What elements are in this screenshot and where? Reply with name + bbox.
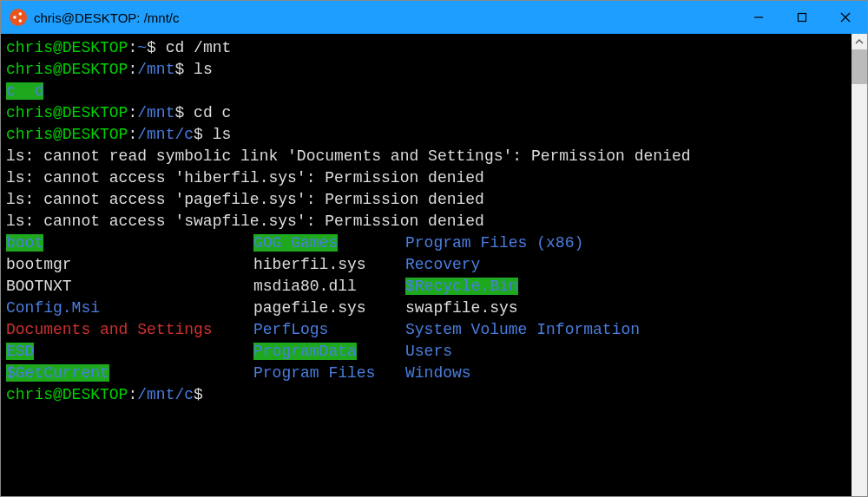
prompt-path: /mnt	[137, 104, 174, 121]
command-text: ls	[213, 126, 232, 143]
error-line: ls: cannot access 'pagefile.sys': Permis…	[6, 191, 484, 208]
ls-entry: Program Files (x86)	[405, 234, 583, 252]
ls-entry: pagefile.sys	[253, 299, 366, 317]
window-title: chris@DESKTOP: /mnt/c	[34, 10, 737, 25]
svg-point-1	[19, 12, 22, 15]
prompt-userhost: chris@DESKTOP	[6, 61, 128, 78]
ls-entry: System Volume Information	[405, 321, 640, 338]
prompt-sep: :	[128, 39, 137, 56]
ls-listing: boot GOG Games Program Files (x86) bootm…	[6, 232, 846, 384]
ls-entry: swapfile.sys	[405, 299, 518, 317]
prompt-sep: :	[128, 104, 137, 121]
window-controls	[737, 1, 867, 34]
svg-point-0	[13, 16, 16, 19]
ls-entry: PerfLogs	[253, 321, 328, 338]
prompt-userhost: chris@DESKTOP	[6, 126, 128, 143]
svg-point-2	[19, 19, 22, 23]
ls-entry: Windows	[405, 364, 471, 382]
prompt-userhost: chris@DESKTOP	[6, 39, 128, 56]
prompt-path: ~	[137, 39, 147, 56]
ls-entry: msdia80.dll	[253, 278, 357, 295]
ls-entry: c	[6, 82, 16, 100]
ls-entry: BOOTNXT	[6, 278, 72, 295]
terminal-window: chris@DESKTOP: /mnt/c chris@DESKTOP:~$ c…	[0, 0, 868, 497]
ls-entry: bootmgr	[6, 256, 72, 273]
prompt-dollar: $	[194, 386, 203, 403]
prompt-dollar: $	[174, 61, 194, 78]
scrollbar[interactable]	[852, 34, 867, 496]
svg-rect-4	[799, 14, 806, 22]
ls-entry: Program Files	[253, 364, 375, 382]
prompt-path: /mnt/c	[137, 386, 194, 403]
command-text: cd c	[194, 104, 231, 121]
maximize-button[interactable]	[780, 1, 824, 34]
prompt-dollar: $	[174, 104, 194, 121]
ls-entry: Documents and Settings	[6, 321, 213, 338]
ls-entry: ESD	[6, 343, 34, 360]
ls-entry: $Recycle.Bin	[405, 278, 518, 295]
prompt-sep: :	[128, 61, 137, 78]
ls-entry: boot	[6, 234, 43, 252]
ls-entry: ProgramData	[253, 343, 357, 360]
command-text: cd /mnt	[166, 39, 232, 56]
titlebar[interactable]: chris@DESKTOP: /mnt/c	[1, 1, 867, 34]
prompt-userhost: chris@DESKTOP	[6, 104, 128, 121]
minimize-button[interactable]	[737, 1, 780, 34]
ls-entry: d	[34, 82, 43, 100]
prompt-path: /mnt	[137, 61, 174, 78]
close-button[interactable]	[824, 1, 867, 34]
prompt-dollar: $	[147, 39, 166, 56]
ls-spacer	[16, 82, 35, 100]
ls-entry: Recovery	[405, 256, 480, 273]
prompt-userhost: chris@DESKTOP	[6, 386, 128, 403]
scroll-up-icon[interactable]	[852, 34, 867, 49]
terminal-output[interactable]: chris@DESKTOP:~$ cd /mnt chris@DESKTOP:/…	[1, 34, 852, 496]
error-line: ls: cannot read symbolic link 'Documents…	[6, 147, 691, 165]
ls-entry: GOG Games	[253, 234, 338, 252]
error-line: ls: cannot access 'swapfile.sys': Permis…	[6, 213, 484, 230]
prompt-dollar: $	[194, 126, 213, 143]
ls-entry: Config.Msi	[6, 299, 100, 317]
terminal-body: chris@DESKTOP:~$ cd /mnt chris@DESKTOP:/…	[1, 34, 867, 496]
scroll-thumb[interactable]	[852, 49, 867, 84]
ubuntu-icon	[10, 9, 27, 26]
error-line: ls: cannot access 'hiberfil.sys': Permis…	[6, 169, 484, 186]
ls-entry: $GetCurrent	[6, 364, 109, 382]
prompt-sep: :	[128, 386, 137, 403]
ls-entry: Users	[405, 343, 452, 360]
ls-entry: hiberfil.sys	[253, 256, 366, 273]
prompt-path: /mnt/c	[137, 126, 194, 143]
command-text: ls	[194, 61, 213, 78]
prompt-sep: :	[128, 126, 137, 143]
